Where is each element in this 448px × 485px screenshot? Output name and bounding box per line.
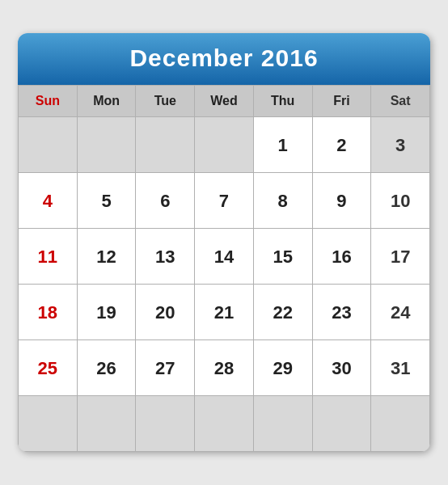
day-cell-2-3[interactable]: 14 <box>195 229 253 284</box>
day-cell-1-4[interactable]: 8 <box>254 173 312 228</box>
day-cell-2-6[interactable]: 17 <box>371 229 429 284</box>
day-name-sat: Sat <box>371 86 429 116</box>
day-cell-3-0[interactable]: 18 <box>19 285 77 340</box>
day-cell-1-1[interactable]: 5 <box>78 173 136 228</box>
day-cell-5-3[interactable] <box>195 396 253 451</box>
day-cell-5-4[interactable] <box>254 396 312 451</box>
day-cell-0-0[interactable] <box>19 117 77 172</box>
day-cell-5-1[interactable] <box>78 396 136 451</box>
day-cell-2-2[interactable]: 13 <box>136 229 194 284</box>
day-cell-1-5[interactable]: 9 <box>313 173 371 228</box>
day-cell-0-4[interactable]: 1 <box>254 117 312 172</box>
day-cell-1-2[interactable]: 6 <box>136 173 194 228</box>
day-cell-4-5[interactable]: 30 <box>313 340 371 395</box>
day-name-mon: Mon <box>78 86 136 116</box>
day-cell-5-6[interactable] <box>371 396 429 451</box>
day-cell-0-1[interactable] <box>78 117 136 172</box>
day-cell-1-6[interactable]: 10 <box>371 173 429 228</box>
calendar-grid: SunMonTueWedThuFriSat1234567891011121314… <box>18 85 430 452</box>
day-cell-4-6[interactable]: 31 <box>371 340 429 395</box>
day-cell-0-2[interactable] <box>136 117 194 172</box>
day-cell-5-2[interactable] <box>136 396 194 451</box>
day-cell-1-3[interactable]: 7 <box>195 173 253 228</box>
day-cell-0-6[interactable]: 3 <box>371 117 429 172</box>
day-cell-1-0[interactable]: 4 <box>19 173 77 228</box>
day-cell-4-1[interactable]: 26 <box>78 340 136 395</box>
day-cell-2-5[interactable]: 16 <box>313 229 371 284</box>
day-cell-2-1[interactable]: 12 <box>78 229 136 284</box>
day-cell-5-0[interactable] <box>19 396 77 451</box>
day-cell-4-4[interactable]: 29 <box>254 340 312 395</box>
day-cell-5-5[interactable] <box>313 396 371 451</box>
day-name-tue: Tue <box>136 86 194 116</box>
day-cell-3-3[interactable]: 21 <box>195 285 253 340</box>
day-cell-3-1[interactable]: 19 <box>78 285 136 340</box>
day-name-sun: Sun <box>19 86 77 116</box>
calendar-header: December 2016 <box>18 33 430 85</box>
day-cell-3-5[interactable]: 23 <box>313 285 371 340</box>
day-cell-3-6[interactable]: 24 <box>371 285 429 340</box>
day-cell-4-2[interactable]: 27 <box>136 340 194 395</box>
day-cell-3-2[interactable]: 20 <box>136 285 194 340</box>
day-cell-2-4[interactable]: 15 <box>254 229 312 284</box>
calendar-title: December 2016 <box>18 44 430 72</box>
calendar: December 2016 SunMonTueWedThuFriSat12345… <box>18 33 430 452</box>
day-name-wed: Wed <box>195 86 253 116</box>
day-cell-4-0[interactable]: 25 <box>19 340 77 395</box>
day-name-thu: Thu <box>254 86 312 116</box>
day-name-fri: Fri <box>313 86 371 116</box>
day-cell-2-0[interactable]: 11 <box>19 229 77 284</box>
day-cell-0-3[interactable] <box>195 117 253 172</box>
day-cell-3-4[interactable]: 22 <box>254 285 312 340</box>
day-cell-0-5[interactable]: 2 <box>313 117 371 172</box>
day-cell-4-3[interactable]: 28 <box>195 340 253 395</box>
